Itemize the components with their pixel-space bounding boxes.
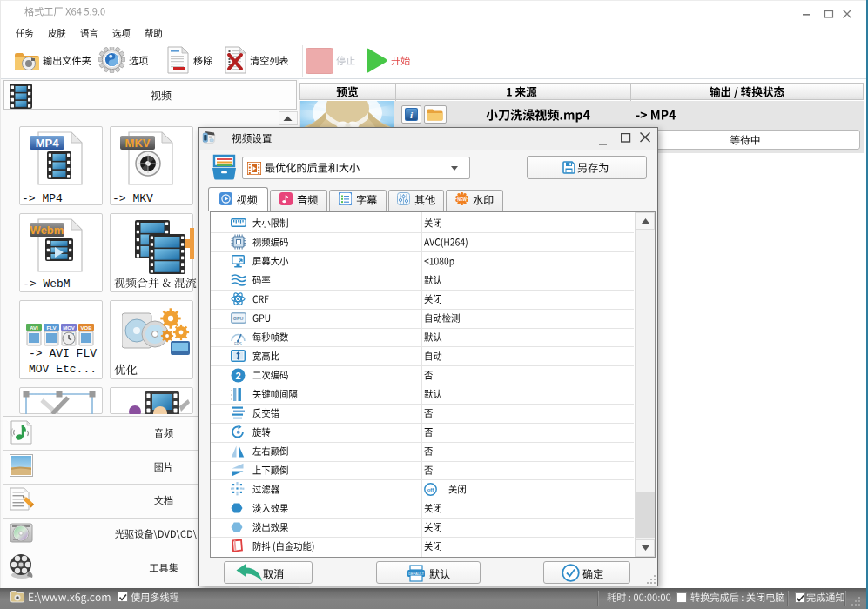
svg-text:off: off xyxy=(427,487,435,492)
svg-text:FLV: FLV xyxy=(47,325,57,331)
svg-text:MKV: MKV xyxy=(125,137,151,150)
svg-text:DEFAULT: DEFAULT xyxy=(408,572,424,576)
svg-text:NEW: NEW xyxy=(457,197,467,202)
svg-text:MP4: MP4 xyxy=(36,137,60,150)
svg-text:GPU: GPU xyxy=(233,317,244,322)
svg-text:VOB: VOB xyxy=(80,325,92,331)
svg-text:FPS: FPS xyxy=(234,341,242,345)
svg-text:MOV: MOV xyxy=(63,325,75,331)
svg-text:AVI: AVI xyxy=(30,325,38,331)
svg-text:Webm: Webm xyxy=(30,224,64,237)
svg-text:2: 2 xyxy=(235,371,240,381)
